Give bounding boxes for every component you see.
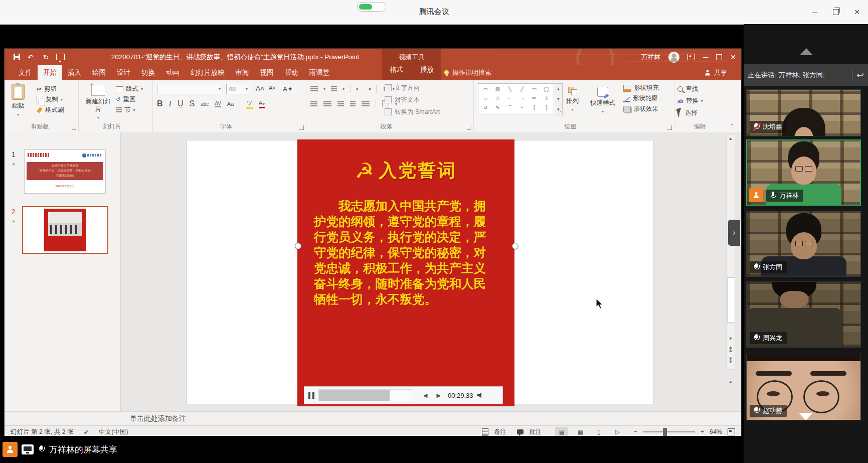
scrollbar-thumb[interactable] <box>727 277 735 323</box>
select-button[interactable]: 选择· <box>677 107 703 119</box>
tab-design[interactable]: 设计 <box>111 65 136 80</box>
next-slide-icon[interactable]: ▼▼ <box>727 357 735 364</box>
highlight-color-button[interactable]: ツ <box>246 99 252 109</box>
video-tile-zhouxinglong[interactable]: 周兴龙 <box>746 281 861 348</box>
increase-font-icon[interactable]: A˄ <box>254 85 266 92</box>
save-icon[interactable] <box>14 54 20 60</box>
customize-qat-icon[interactable]: ▽ <box>72 55 75 59</box>
zoom-in-button[interactable]: + <box>701 428 704 435</box>
italic-button[interactable]: I <box>169 99 171 108</box>
bold-button[interactable]: B <box>157 99 163 108</box>
slide-video-object[interactable]: ☭ 入党誓词 我志愿加入中国共产党，拥 护党的纲领，遵守党的章程，履 行党员义务… <box>297 139 514 406</box>
align-left-icon[interactable] <box>310 101 317 107</box>
layout-button[interactable]: 版式▾ <box>116 84 143 94</box>
replace-button[interactable]: ab替换▾ <box>677 95 703 107</box>
decrease-font-icon[interactable]: A˅ <box>267 85 277 91</box>
meeting-minimize-button[interactable]: ─ <box>805 0 825 24</box>
forward-button[interactable]: ▶ <box>436 392 440 399</box>
video-tile-zhaogonghe[interactable]: 赵功赫 <box>746 354 861 420</box>
normal-view-button[interactable]: ▤ <box>555 427 568 437</box>
selection-handle-left[interactable] <box>295 243 301 249</box>
ppt-close-button[interactable]: ✕ <box>730 53 736 61</box>
cut-button[interactable]: ✂剪切 <box>37 84 64 94</box>
ppt-minimize-button[interactable]: ─ <box>703 53 708 61</box>
notes-scroll-up-icon[interactable]: ▲ <box>726 379 735 384</box>
columns-icon[interactable] <box>362 101 370 107</box>
share-button[interactable]: 共享 <box>704 65 727 80</box>
change-case-button[interactable]: Aa <box>227 101 234 107</box>
convert-smartart-button[interactable]: 转换为 SmartArt· <box>385 106 444 118</box>
video-tile-shenpeixin[interactable]: 沈培鑫 <box>746 89 861 136</box>
undo-icon[interactable]: ↶▾ <box>28 54 36 61</box>
new-slide-button[interactable]: 新建幻灯片▾ <box>83 85 114 120</box>
previous-slide-icon[interactable]: ▲▲ <box>727 346 735 352</box>
section-button[interactable]: 节▾ <box>116 105 143 115</box>
ppt-restore-button[interactable] <box>716 54 722 60</box>
tab-format[interactable]: 格式 <box>384 65 409 74</box>
slide-thumbnail-1[interactable]: 运动生物力学党支部 “迎党的生日、讲战疫故事、悟初心使命” 主题党日活动 202… <box>24 149 106 194</box>
slideshow-view-button[interactable]: ▷ <box>611 427 624 437</box>
slide-sorter-view-button[interactable]: ▦ <box>574 427 587 437</box>
tab-view[interactable]: 视图 <box>255 65 279 80</box>
scroll-down-triangle-icon[interactable] <box>799 413 813 420</box>
reply-arrow-icon[interactable]: ↩ <box>856 70 864 81</box>
scroll-up-triangle-icon[interactable] <box>800 48 813 55</box>
decrease-indent-icon[interactable]: ⇤ <box>356 86 361 92</box>
tell-me-search[interactable]: 操作说明搜索 <box>444 65 491 80</box>
fit-to-window-icon[interactable] <box>728 428 735 435</box>
align-center-icon[interactable] <box>323 101 331 107</box>
tab-home[interactable]: 开始 <box>38 65 62 80</box>
video-tile-wanxianglin[interactable]: 万祥林 <box>746 139 861 206</box>
tab-review[interactable]: 审阅 <box>230 65 255 80</box>
bullets-icon[interactable] <box>310 86 318 92</box>
collapse-ribbon-icon[interactable]: ⌃ <box>730 123 734 129</box>
justify-icon[interactable] <box>350 101 356 107</box>
ribbon-display-options-icon[interactable] <box>687 54 695 60</box>
zoom-level[interactable]: 64% <box>710 428 722 435</box>
increase-indent-icon[interactable]: ⇥ <box>366 86 371 92</box>
sidebar-collapse-handle[interactable]: › <box>728 220 740 246</box>
tab-transitions[interactable]: 切换 <box>136 65 160 80</box>
reset-button[interactable]: ↺重置 <box>116 94 143 105</box>
dialog-launcher-icon[interactable] <box>299 125 304 130</box>
dialog-launcher-icon[interactable] <box>667 125 672 130</box>
char-spacing-button[interactable]: AV <box>215 101 221 107</box>
redo-icon[interactable]: ↻ <box>43 54 49 61</box>
pause-button[interactable] <box>308 392 314 399</box>
tab-animations[interactable]: 动画 <box>160 65 185 80</box>
tab-insert[interactable]: 插入 <box>62 65 87 80</box>
font-name-combo[interactable]: ▾ <box>157 84 223 94</box>
slide-thumbnail-2-selected[interactable] <box>22 206 108 254</box>
tab-play[interactable]: 播放 <box>415 65 439 74</box>
tab-yuketang[interactable]: 雨课堂 <box>304 65 335 80</box>
tab-help[interactable]: 帮助 <box>279 65 304 80</box>
zoom-slider-thumb[interactable] <box>663 428 667 436</box>
language-indicator[interactable]: 中文(中国) <box>99 428 128 436</box>
font-size-combo[interactable]: 48▾ <box>226 84 250 94</box>
text-direction-button[interactable]: 文字方向· <box>385 82 444 94</box>
shape-fill-button[interactable]: 形状填充· <box>623 83 663 93</box>
shadow-button[interactable]: abc <box>201 101 209 107</box>
clear-format-icon[interactable]: A✦ <box>281 85 294 93</box>
spellcheck-icon[interactable]: ✔ <box>84 428 89 436</box>
meeting-restore-button[interactable] <box>826 0 846 24</box>
account-user-name[interactable]: 万祥林 <box>641 53 660 62</box>
start-slideshow-icon[interactable] <box>56 54 65 60</box>
underline-button[interactable]: U <box>178 99 184 108</box>
media-progress-bar[interactable] <box>318 389 412 401</box>
paste-button[interactable]: 粘贴▾ <box>12 84 25 117</box>
rewind-button[interactable]: ◀ <box>423 392 427 399</box>
align-text-button[interactable]: 对齐文本· <box>385 94 444 106</box>
video-tile-zhangfangtong[interactable]: 张方同 <box>746 211 861 277</box>
tab-slideshow[interactable]: 幻灯片放映 <box>185 65 230 80</box>
shape-outline-button[interactable]: 形状轮廓· <box>623 93 663 104</box>
notes-pane[interactable]: 单击此处添加备注 <box>5 411 741 426</box>
font-color-button[interactable]: A▾ <box>259 100 265 108</box>
tab-file[interactable]: 文件 <box>13 65 38 80</box>
dialog-launcher-icon[interactable] <box>467 125 471 130</box>
copy-button[interactable]: 复制▾ <box>37 94 64 105</box>
speaker-icon[interactable] <box>477 392 484 398</box>
scroll-up-icon[interactable]: ▲ <box>727 136 735 141</box>
shape-effects-button[interactable]: 形状效果· <box>623 104 663 114</box>
comments-toggle[interactable]: 批注 <box>529 428 542 436</box>
